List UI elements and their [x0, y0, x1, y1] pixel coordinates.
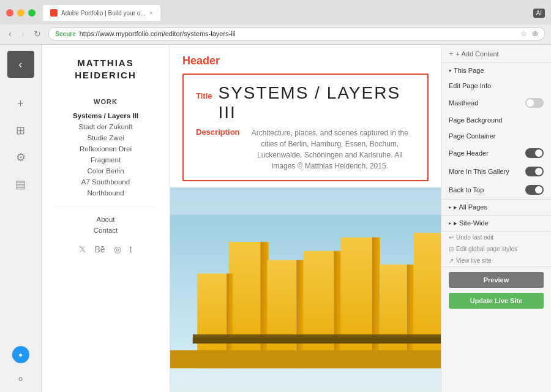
twitter-icon[interactable]: 𝕏 — [79, 244, 86, 254]
add-content-button[interactable]: + + Add Content — [441, 45, 551, 62]
close-button[interactable] — [6, 9, 13, 17]
back-button[interactable]: ‹ — [7, 51, 34, 78]
page-header-label: Page Header — [449, 149, 525, 157]
add-content-label: + Add Content — [456, 50, 499, 58]
address-bar-icons: ☆ ⊕ — [520, 29, 538, 38]
forward-nav-button[interactable]: › — [19, 28, 27, 40]
tab-close-icon[interactable]: × — [149, 10, 153, 17]
bookmark-icon[interactable]: ☆ — [520, 29, 527, 38]
fullscreen-button[interactable] — [28, 9, 36, 17]
avatar-icon: ● — [18, 351, 23, 358]
reload-button[interactable]: ↻ — [31, 28, 43, 40]
nav-item-fragment[interactable]: Fragment — [42, 154, 170, 165]
pages-icon-btn[interactable]: ⊞ — [10, 119, 32, 141]
global-styles-label: Edit global page styles — [456, 246, 517, 252]
all-pages-header[interactable]: ▸ ▸ All Pages — [441, 200, 551, 215]
more-in-gallery-row[interactable]: More In This Gallery — [441, 162, 551, 181]
svg-rect-17 — [170, 350, 441, 368]
nav-item-contact[interactable]: Contact — [42, 225, 170, 236]
page-background-row[interactable]: Page Background — [441, 112, 551, 128]
all-pages-section: ▸ ▸ All Pages — [441, 200, 551, 216]
add-content-section: + + Add Content — [441, 45, 551, 63]
address-bar[interactable]: Secure https://www.myportfolio.com/edito… — [48, 27, 545, 40]
traffic-lights — [6, 9, 36, 17]
settings-icon-btn[interactable]: ⚙ — [10, 146, 32, 168]
nav-item-northbound[interactable]: Northbound — [42, 187, 170, 198]
browser-tabs: Adobe Portfolio | Build your o... × — [43, 5, 533, 21]
utility-links-section: ↩ Undo last edit ⊡ Edit global page styl… — [441, 232, 551, 267]
user-profile-icon-btn[interactable]: ⚬ — [10, 368, 32, 390]
page-background-label: Page Background — [449, 116, 544, 124]
site-wide-label: ▸ Site-Wide — [454, 219, 489, 227]
undo-label: Undo last edit — [456, 234, 493, 241]
undo-link[interactable]: ↩ Undo last edit — [441, 232, 551, 243]
instagram-icon[interactable]: ◎ — [114, 244, 121, 254]
edit-page-info-row[interactable]: Edit Page Info — [441, 78, 551, 94]
back-to-top-toggle[interactable] — [525, 185, 544, 195]
main-content: Header Title SYSTEMS / LAYERS III Descri… — [170, 45, 441, 392]
this-page-section: ▾ This Page Edit Page Info Masthead Page… — [441, 63, 551, 200]
site-wide-section: ▸ ▸ Site-Wide — [441, 216, 551, 232]
update-live-site-button[interactable]: Update Live Site — [449, 293, 544, 309]
plus-icon: + — [17, 97, 24, 110]
layout-icon: ▤ — [15, 178, 26, 191]
svg-rect-1 — [229, 242, 261, 368]
back-to-top-row[interactable]: Back to Top — [441, 181, 551, 199]
desc-field-label: Description — [196, 127, 240, 137]
masthead-toggle[interactable] — [525, 98, 544, 108]
active-tab[interactable]: Adobe Portfolio | Build your o... × — [43, 5, 160, 21]
back-nav-button[interactable]: ‹ — [6, 28, 14, 40]
header-section-label: Header — [182, 55, 429, 67]
site-wide-header[interactable]: ▸ ▸ Site-Wide — [441, 216, 551, 231]
this-page-header[interactable]: ▾ This Page — [441, 63, 551, 78]
preview-button[interactable]: Preview — [449, 272, 544, 288]
nav-item-studie[interactable]: Studie Zwei — [42, 132, 170, 143]
left-icons-bottom: ● ⚬ — [10, 346, 32, 392]
chevron-right-icon2: ▸ — [449, 221, 451, 226]
address-bar-row: ‹ › ↻ Secure https://www.myportfolio.com… — [0, 24, 551, 44]
tab-favicon — [50, 9, 58, 17]
behance-icon[interactable]: Bē — [94, 244, 105, 254]
back-to-top-label: Back to Top — [449, 186, 525, 194]
nav-item-systems-layers-iii[interactable]: Systems / Layers III — [42, 110, 170, 121]
nav-item-color-berlin[interactable]: Color Berlin — [42, 165, 170, 176]
global-styles-link[interactable]: ⊡ Edit global page styles — [441, 243, 551, 255]
nav-item-stadt[interactable]: Stadt der Zukunft — [42, 121, 170, 132]
ai-badge: AI — [533, 9, 545, 18]
styles-icon: ⊡ — [449, 246, 454, 252]
svg-rect-13 — [414, 233, 441, 368]
app-container: ‹ + ⊞ ⚙ ▤ ● ⚬ MATTHIAS HEIDERICH WORK — [0, 45, 551, 392]
tumblr-icon[interactable]: t — [130, 244, 132, 254]
title-value[interactable]: SYSTEMS / LAYERS III — [219, 83, 416, 123]
titlebar: Adobe Portfolio | Build your o... × AI — [0, 0, 551, 24]
page-container-row[interactable]: Page Container — [441, 128, 551, 144]
more-in-gallery-toggle[interactable] — [525, 167, 544, 176]
nav-divider — [54, 206, 157, 206]
edit-page-info-label: Edit Page Info — [449, 82, 544, 89]
add-content-icon-btn[interactable]: + — [10, 92, 32, 115]
plus-icon: + — [449, 49, 454, 58]
nav-sidebar: MATTHIAS HEIDERICH WORK Systems / Layers… — [42, 45, 170, 392]
page-header-toggle[interactable] — [525, 148, 544, 158]
gear-icon: ⚙ — [16, 151, 26, 164]
view-live-link[interactable]: ↗ View live site — [441, 255, 551, 266]
page-header-row[interactable]: Page Header — [441, 144, 551, 162]
tab-title: Adobe Portfolio | Build your o... — [61, 10, 146, 17]
nav-item-a7[interactable]: A7 Southbound — [42, 176, 170, 187]
desc-value[interactable]: Architecture, places, and scenes capture… — [245, 127, 415, 172]
external-link-icon: ↗ — [449, 257, 454, 264]
chevron-right-icon: ▸ — [449, 205, 451, 210]
building-scene — [170, 187, 441, 392]
nav-item-reflexionen[interactable]: Reflexionen Drei — [42, 143, 170, 154]
editor-area: Header Title SYSTEMS / LAYERS III Descri… — [170, 45, 441, 187]
warning-icon[interactable]: ⊕ — [532, 29, 538, 38]
desc-row: Description Architecture, places, and sc… — [196, 127, 415, 172]
user-avatar[interactable]: ● — [12, 346, 29, 363]
nav-item-about[interactable]: About — [42, 214, 170, 225]
all-pages-label: ▸ All Pages — [454, 203, 487, 211]
content-box: Title SYSTEMS / LAYERS III Description A… — [182, 74, 429, 181]
masthead-row[interactable]: Masthead — [441, 94, 551, 112]
this-page-label: This Page — [454, 67, 484, 74]
minimize-button[interactable] — [17, 9, 24, 17]
layout-icon-btn[interactable]: ▤ — [10, 173, 32, 195]
